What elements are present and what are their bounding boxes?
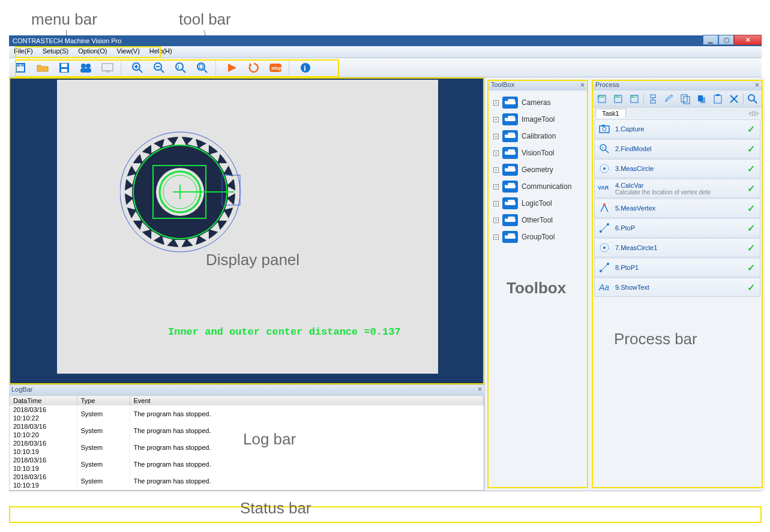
process-copy-icon[interactable] [678,92,693,106]
process-step[interactable]: 8.PtoP1✓ [594,258,760,277]
menu-file[interactable]: File(F) [9,46,38,58]
tool-folder-icon [502,113,518,125]
check-icon: ✓ [747,262,755,273]
step-label: 7.MeasCircle1 [615,244,657,251]
menu-setup[interactable]: Setup(S) [38,46,73,58]
expand-icon[interactable]: + [493,134,499,139]
toolbox-node[interactable]: +ImageTool [490,111,586,128]
step-icon [597,221,612,235]
toolbox-node[interactable]: +LogicTool [490,195,586,212]
step-label: 2.FindModel [615,145,652,152]
menu-option[interactable]: Option(O) [73,46,112,58]
info-icon[interactable]: i [296,59,315,76]
zoom-out-icon[interactable] [149,59,169,76]
step-label: 4.CalcVarCalculate the location of verte… [615,182,711,196]
annotation-toolbox: Toolbox [507,279,566,297]
expand-icon[interactable]: + [493,184,499,190]
tab-prev-icon[interactable]: ◁ [748,110,753,116]
stop-icon[interactable]: stop [266,59,285,76]
step-icon: VAR [597,181,612,196]
tool-folder-icon [502,130,518,142]
process-flow-icon[interactable] [646,92,660,106]
expand-icon[interactable]: + [493,151,499,156]
toolbox-node[interactable]: +Communication [490,178,586,195]
toolbox-node-label: LogicTool [522,199,552,208]
expand-icon[interactable]: + [493,117,499,122]
expand-icon[interactable]: + [493,167,499,173]
toolbox-node-label: ImageTool [522,115,555,124]
process-delete-icon[interactable] [727,92,741,106]
log-row[interactable]: 2018/03/16 10:10:19SystemThe program has… [10,473,484,489]
log-row[interactable]: 2018/03/16 10:10:22SystemThe program has… [10,405,484,422]
display-panel[interactable]: Inner and outer center distance =0.137 D… [9,77,484,384]
gear-drawing [120,125,258,263]
process-step[interactable]: +2.FindModel✓ [594,139,760,158]
process-edit-icon[interactable] [662,92,676,106]
process-close-icon[interactable]: × [755,81,759,89]
svg-text:ADD: ADD [597,95,605,98]
expand-icon[interactable]: + [493,100,499,106]
loop-icon[interactable] [244,59,263,76]
svg-line-11 [139,70,142,73]
logbar-close-icon[interactable]: × [478,385,482,393]
close-button[interactable]: ✕ [734,35,762,45]
log-row[interactable]: 2018/03/16 10:10:20SystemThe program has… [10,422,484,439]
expand-icon[interactable]: + [493,218,499,223]
expand-icon[interactable]: + [493,235,499,240]
log-col-datetime[interactable]: DataTime [10,396,77,405]
toolbox-node[interactable]: +Cameras [490,94,586,111]
process-list[interactable]: 1.Capture✓+2.FindModel✓3.MeasCircle✓VAR4… [593,118,762,487]
log-table[interactable]: DataTime Type Event 2018/03/16 10:10:22S… [9,395,484,491]
log-row[interactable]: 2018/03/16 10:10:19SystemThe program has… [10,456,484,473]
log-row[interactable]: 2018/03/16 10:10:19SystemThe program has… [10,439,484,456]
save-icon[interactable] [55,59,74,76]
process-find-icon[interactable] [745,92,760,106]
users-icon[interactable] [76,59,95,76]
screen-icon[interactable] [98,59,117,76]
log-col-type[interactable]: Type [77,396,130,405]
menu-help[interactable]: Help(H) [145,46,177,58]
toolbox-node[interactable]: +Geometry [490,161,586,178]
process-paste-icon[interactable] [711,92,725,106]
maximize-button[interactable]: ▢ [718,35,734,45]
svg-line-56 [754,100,757,103]
process-step[interactable]: VAR4.CalcVarCalculate the location of ve… [594,179,760,198]
zoom-region-icon[interactable] [193,59,212,76]
log-row[interactable]: 2018/03/16 10:10:18SystemThe program has… [10,489,484,491]
process-step[interactable]: 5.MeasVertex✓ [594,199,760,218]
tab-next-icon[interactable]: ▷ [754,110,759,116]
toolbox-node-label: GroupTool [522,233,555,241]
toolbar-separator [289,61,292,75]
tool-folder-icon [502,214,518,226]
svg-point-5 [81,64,86,68]
run-icon[interactable] [223,59,242,76]
process-dup-icon[interactable] [694,92,709,106]
process-step[interactable]: 7.MeasCircle1✓ [594,238,760,257]
process-add-icon[interactable]: ADD [595,92,609,106]
process-step[interactable]: 6.PtoP✓ [594,218,760,238]
process-set-icon[interactable]: SET [627,92,642,106]
check-icon: ✓ [747,143,755,155]
minimize-button[interactable]: ▁ [703,35,718,45]
process-del-icon[interactable]: DEL [611,92,625,106]
menu-view[interactable]: View(V) [112,46,145,58]
svg-text:NEW: NEW [15,63,25,67]
process-step[interactable]: Aa9.ShowText✓ [594,278,760,297]
separator [743,94,744,104]
toolbox-node[interactable]: +Calibration [490,128,586,145]
toolbox-node[interactable]: +GroupTool [490,229,586,245]
open-icon[interactable] [33,59,52,76]
toolbox-tree[interactable]: +Cameras+ImageTool+Calibration+VisionToo… [489,91,587,249]
toolbox-node[interactable]: +OtherTool [490,212,586,229]
process-step[interactable]: 1.Capture✓ [594,119,760,139]
process-toolbar: ADD DEL SET [593,91,762,107]
toolbox-node[interactable]: +VisionTool [490,145,586,161]
process-step[interactable]: 3.MeasCircle✓ [594,159,760,178]
toolbox-close-icon[interactable]: × [580,81,585,89]
log-col-event[interactable]: Event [130,396,484,405]
zoom-in-icon[interactable] [128,59,147,76]
zoom-fit-icon[interactable]: 1 [171,59,190,76]
expand-icon[interactable]: + [493,201,499,206]
new-icon[interactable]: NEW [11,59,31,76]
process-tab-task1[interactable]: Task1 [595,109,626,118]
